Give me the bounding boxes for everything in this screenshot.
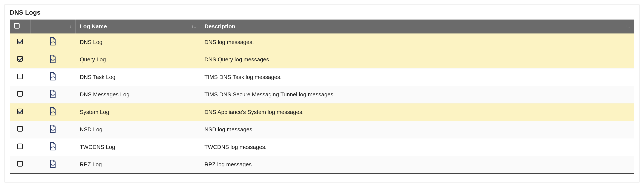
- code-file-icon[interactable]: </>: [50, 90, 56, 98]
- row-checkbox[interactable]: [17, 91, 23, 97]
- row-checkbox[interactable]: [17, 39, 23, 44]
- row-file-icon-cell[interactable]: </>: [30, 121, 76, 138]
- svg-text:</>: </>: [51, 146, 55, 149]
- header-logname[interactable]: Log Name ↑↓: [76, 19, 200, 33]
- table-row[interactable]: </> DNS Messages LogTIMS DNS Secure Mess…: [10, 86, 634, 103]
- row-description: DNS Appliance's System log messages.: [200, 103, 634, 121]
- code-file-icon[interactable]: </>: [50, 125, 56, 133]
- row-checkbox-cell[interactable]: [10, 103, 30, 121]
- row-file-icon-cell[interactable]: </>: [30, 68, 76, 86]
- row-checkbox[interactable]: [17, 161, 23, 167]
- header-description[interactable]: Description ↑↓: [200, 19, 634, 33]
- logs-table: ↑↓ Log Name ↑↓ Description ↑↓ </> DNS Lo…: [10, 19, 634, 174]
- row-file-icon-cell[interactable]: </>: [30, 138, 76, 156]
- header-logname-label: Log Name: [80, 23, 107, 30]
- row-logname: RPZ Log: [76, 156, 200, 173]
- row-checkbox[interactable]: [17, 109, 23, 114]
- header-description-label: Description: [205, 23, 235, 30]
- table-row[interactable]: </> RPZ LogRPZ log messages.: [10, 156, 634, 173]
- row-checkbox-cell[interactable]: [10, 156, 30, 173]
- row-checkbox-cell[interactable]: [10, 121, 30, 138]
- row-checkbox-cell[interactable]: [10, 138, 30, 156]
- row-logname: Query Log: [76, 51, 200, 68]
- page-title: DNS Logs: [10, 9, 634, 16]
- row-file-icon-cell[interactable]: </>: [30, 51, 76, 68]
- code-file-icon[interactable]: </>: [50, 72, 56, 80]
- code-file-icon[interactable]: </>: [50, 107, 56, 115]
- svg-text:</>: </>: [51, 58, 55, 61]
- svg-text:</>: </>: [51, 163, 55, 166]
- row-checkbox[interactable]: [17, 126, 23, 132]
- table-row[interactable]: </> DNS Task LogTIMS DNS Task log messag…: [10, 68, 634, 86]
- code-file-icon[interactable]: </>: [50, 142, 56, 150]
- code-file-icon[interactable]: </>: [50, 160, 56, 168]
- row-checkbox-cell[interactable]: [10, 51, 30, 68]
- row-description: RPZ log messages.: [200, 156, 634, 173]
- table-row[interactable]: </> TWCDNS LogTWCDNS log messages.: [10, 138, 634, 156]
- row-checkbox[interactable]: [17, 144, 23, 149]
- row-logname: DNS Messages Log: [76, 86, 200, 103]
- row-checkbox[interactable]: [17, 56, 23, 62]
- row-file-icon-cell[interactable]: </>: [30, 86, 76, 103]
- sort-icon[interactable]: ↑↓: [626, 24, 630, 29]
- table-row[interactable]: </> System LogDNS Appliance's System log…: [10, 103, 634, 121]
- dns-logs-panel: DNS Logs ↑↓ Log Name ↑↓ Description ↑↓: [4, 4, 640, 183]
- row-description: TIMS DNS Task log messages.: [200, 68, 634, 86]
- row-file-icon-cell[interactable]: </>: [30, 33, 76, 51]
- svg-text:</>: </>: [51, 76, 55, 79]
- code-file-icon[interactable]: </>: [50, 37, 56, 45]
- row-description: DNS Query log messages.: [200, 51, 634, 68]
- select-all-checkbox[interactable]: [14, 23, 20, 28]
- row-logname: DNS Log: [76, 33, 200, 51]
- header-icon-col[interactable]: ↑↓: [30, 19, 76, 33]
- svg-text:</>: </>: [51, 93, 55, 96]
- row-description: DNS log messages.: [200, 33, 634, 51]
- row-description: NSD log messages.: [200, 121, 634, 138]
- row-logname: DNS Task Log: [76, 68, 200, 86]
- svg-text:</>: </>: [51, 111, 55, 114]
- table-row[interactable]: </> Query LogDNS Query log messages.: [10, 51, 634, 68]
- row-checkbox[interactable]: [17, 74, 23, 79]
- row-checkbox-cell[interactable]: [10, 68, 30, 86]
- code-file-icon[interactable]: </>: [50, 55, 56, 63]
- sort-icon[interactable]: ↑↓: [192, 24, 196, 29]
- table-row[interactable]: </> NSD LogNSD log messages.: [10, 121, 634, 138]
- header-select-all[interactable]: [10, 19, 30, 33]
- svg-text:</>: </>: [51, 128, 55, 131]
- row-logname: NSD Log: [76, 121, 200, 138]
- table-row[interactable]: </> DNS LogDNS log messages.: [10, 33, 634, 51]
- row-file-icon-cell[interactable]: </>: [30, 103, 76, 121]
- row-logname: System Log: [76, 103, 200, 121]
- row-checkbox-cell[interactable]: [10, 33, 30, 51]
- row-description: TWCDNS log messages.: [200, 138, 634, 156]
- sort-icon[interactable]: ↑↓: [67, 24, 72, 29]
- svg-text:</>: </>: [51, 41, 55, 44]
- row-checkbox-cell[interactable]: [10, 86, 30, 103]
- row-description: TIMS DNS Secure Messaging Tunnel log mes…: [200, 86, 634, 103]
- row-logname: TWCDNS Log: [76, 138, 200, 156]
- row-file-icon-cell[interactable]: </>: [30, 156, 76, 173]
